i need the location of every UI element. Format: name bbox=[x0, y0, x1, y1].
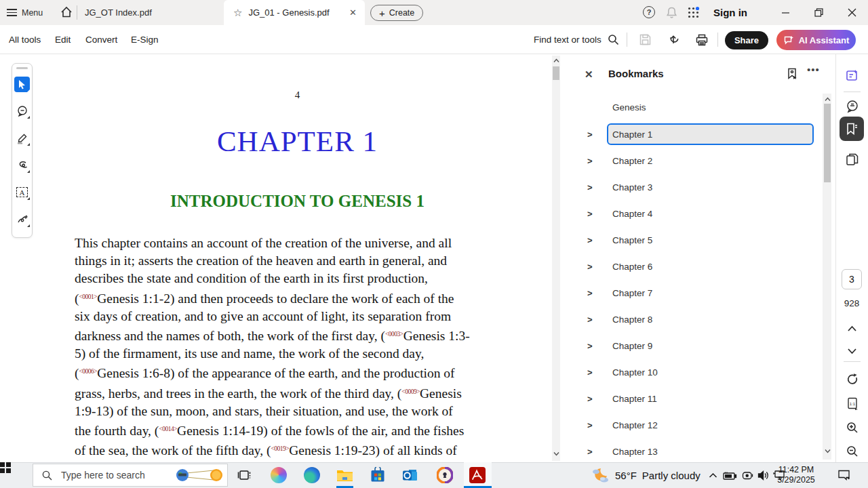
battery-icon[interactable] bbox=[721, 462, 738, 488]
outlook-app-icon[interactable] bbox=[395, 462, 425, 488]
camera-privacy-icon[interactable] bbox=[739, 462, 755, 488]
comment-tool-button[interactable] bbox=[14, 103, 30, 119]
antivirus-app-icon[interactable] bbox=[430, 462, 460, 488]
bookmark-item-chapter-6[interactable]: > Chapter 6 bbox=[573, 256, 823, 277]
bookmark-item-chapter-8[interactable]: > Chapter 8 bbox=[573, 308, 823, 330]
scroll-down-icon[interactable] bbox=[825, 449, 831, 453]
chevron-right-icon[interactable]: > bbox=[587, 447, 595, 457]
zoom-out-button[interactable] bbox=[841, 440, 863, 462]
all-tools-menu[interactable]: All tools bbox=[9, 25, 41, 54]
home-button[interactable] bbox=[60, 5, 73, 19]
find-text-button[interactable]: Find text or tools bbox=[534, 25, 620, 54]
tab-close-icon[interactable]: ✕ bbox=[349, 7, 357, 18]
bookmark-item-chapter-10[interactable]: > Chapter 10 bbox=[573, 361, 823, 383]
bookmark-item-chapter-13[interactable]: > Chapter 13 bbox=[573, 441, 823, 462]
chevron-right-icon[interactable]: > bbox=[587, 156, 595, 166]
panel-drag-handle[interactable] bbox=[16, 67, 28, 69]
bookmark-item-chapter-11[interactable]: > Chapter 11 bbox=[573, 388, 823, 409]
add-text-tool-button[interactable]: A bbox=[14, 184, 30, 200]
print-button[interactable] bbox=[690, 25, 713, 54]
copilot-app-icon[interactable] bbox=[264, 462, 294, 488]
document-scrollbar-thumb[interactable] bbox=[553, 66, 559, 80]
taskbar-search-box[interactable]: Type here to search bbox=[33, 464, 228, 487]
scroll-up-icon[interactable] bbox=[553, 58, 559, 63]
minimize-button[interactable] bbox=[774, 0, 797, 25]
bookmark-item-chapter-1[interactable]: > Chapter 1 bbox=[573, 123, 823, 145]
restore-button[interactable] bbox=[807, 0, 830, 25]
chevron-right-icon[interactable]: > bbox=[587, 394, 595, 404]
close-button[interactable] bbox=[840, 0, 863, 25]
share-button[interactable]: Share bbox=[725, 31, 768, 49]
highlight-tool-button[interactable] bbox=[14, 130, 30, 146]
volume-icon[interactable] bbox=[755, 462, 772, 488]
scripture-ref-link[interactable]: <0003> bbox=[385, 331, 403, 338]
page-thumbnails-icon[interactable] bbox=[841, 148, 863, 170]
help-button[interactable]: ? bbox=[643, 6, 655, 18]
star-icon[interactable]: ☆ bbox=[233, 7, 242, 19]
save-button[interactable] bbox=[633, 25, 656, 54]
chevron-right-icon[interactable]: > bbox=[587, 341, 595, 351]
hidden-icons-chevron[interactable] bbox=[705, 462, 720, 488]
esign-menu[interactable]: E-Sign bbox=[131, 25, 159, 54]
bookmark-item-genesis[interactable]: Genesis bbox=[612, 102, 646, 113]
upload-cloud-button[interactable] bbox=[662, 25, 685, 54]
chevron-right-icon[interactable]: > bbox=[587, 182, 595, 192]
acrobat-app-icon[interactable] bbox=[462, 462, 492, 488]
menu-button[interactable]: Menu bbox=[7, 0, 43, 25]
scripture-ref-link[interactable]: <0014> bbox=[159, 426, 177, 432]
create-button[interactable]: + Create bbox=[370, 5, 423, 21]
edge-app-icon[interactable] bbox=[297, 462, 327, 488]
bookmark-item-chapter-4[interactable]: > Chapter 4 bbox=[573, 203, 823, 224]
bookmark-item-chapter-9[interactable]: > Chapter 9 bbox=[573, 335, 823, 357]
scroll-down-icon[interactable] bbox=[553, 451, 559, 456]
chevron-right-icon[interactable]: > bbox=[587, 314, 595, 325]
bookmark-item-chapter-7[interactable]: > Chapter 7 bbox=[573, 282, 823, 304]
chevron-right-icon[interactable]: > bbox=[587, 209, 595, 219]
ai-assistant-panel-icon[interactable] bbox=[841, 64, 863, 87]
document-scrollbar[interactable] bbox=[552, 56, 560, 461]
search-highlight-doodle[interactable] bbox=[174, 465, 224, 485]
fill-sign-tool-button[interactable] bbox=[14, 211, 30, 227]
microsoft-store-app-icon[interactable] bbox=[363, 462, 393, 488]
bookmark-item-chapter-3[interactable]: > Chapter 3 bbox=[573, 176, 823, 198]
next-page-button[interactable] bbox=[841, 340, 863, 362]
select-tool-button[interactable] bbox=[14, 77, 30, 92]
weather-widget[interactable]: 56°F Partly cloudy bbox=[591, 462, 701, 488]
chevron-right-icon[interactable]: > bbox=[587, 129, 595, 140]
draw-tool-button[interactable] bbox=[14, 157, 30, 173]
apps-grid-icon[interactable] bbox=[687, 6, 700, 19]
bookmark-item-chapter-5[interactable]: > Chapter 5 bbox=[573, 229, 823, 251]
bookmark-item-chapter-2[interactable]: > Chapter 2 bbox=[573, 150, 823, 171]
bookmarks-scrollbar-thumb[interactable] bbox=[824, 104, 831, 182]
bookmark-item-chapter-12[interactable]: > Chapter 12 bbox=[573, 414, 823, 436]
close-bookmarks-icon[interactable]: ✕ bbox=[585, 68, 593, 81]
scripture-ref-link[interactable]: <0001> bbox=[79, 293, 98, 300]
rotate-page-button[interactable] bbox=[841, 368, 863, 390]
start-button[interactable] bbox=[0, 462, 33, 488]
scripture-ref-link[interactable]: <0006> bbox=[79, 368, 98, 375]
current-page-input[interactable]: 3 bbox=[842, 269, 862, 289]
scroll-up-icon[interactable] bbox=[825, 97, 831, 102]
tab-jg-01-genesis[interactable]: ☆ JG_01 - Genesis.pdf ✕ bbox=[224, 0, 365, 25]
notifications-bell-icon[interactable] bbox=[665, 6, 678, 19]
bookmarks-panel-toggle-active[interactable] bbox=[840, 117, 864, 141]
bookmarks-options-icon[interactable]: ••• bbox=[807, 64, 820, 75]
sign-in-button[interactable]: Sign in bbox=[713, 0, 747, 25]
scripture-ref-link[interactable]: <0009> bbox=[401, 388, 420, 395]
comments-panel-icon[interactable] bbox=[841, 95, 863, 117]
chevron-right-icon[interactable]: > bbox=[587, 262, 595, 272]
page-display-button[interactable]: 1:1 bbox=[841, 392, 863, 414]
taskbar-clock[interactable]: 11:42 PM 3/29/2025 bbox=[775, 465, 817, 485]
edit-menu[interactable]: Edit bbox=[55, 25, 71, 54]
previous-page-button[interactable] bbox=[841, 317, 863, 340]
chevron-right-icon[interactable]: > bbox=[587, 288, 595, 298]
ai-assistant-button[interactable]: AI Assistant bbox=[776, 30, 856, 50]
tab-jg-ot-index[interactable]: JG_OT Index.pdf bbox=[85, 0, 152, 25]
scripture-ref-link[interactable]: <0019> bbox=[271, 445, 290, 452]
task-view-button[interactable] bbox=[229, 462, 259, 488]
chevron-right-icon[interactable]: > bbox=[587, 235, 595, 245]
file-explorer-app-icon[interactable] bbox=[330, 462, 359, 488]
add-bookmark-icon[interactable] bbox=[785, 67, 799, 81]
convert-menu[interactable]: Convert bbox=[85, 25, 117, 54]
action-center-icon[interactable] bbox=[833, 462, 856, 488]
